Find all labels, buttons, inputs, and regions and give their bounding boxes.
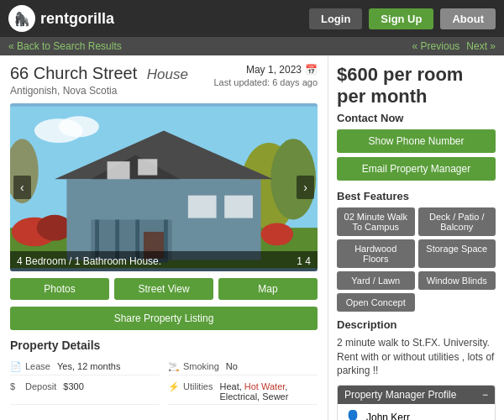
- detail-smoking: 🚬 Smoking No: [168, 359, 318, 375]
- svg-rect-20: [188, 196, 217, 218]
- share-button[interactable]: Share Property Listing: [10, 307, 318, 330]
- property-image: [10, 103, 318, 271]
- logo-icon: 🦍: [8, 5, 35, 32]
- detail-deposit: $ Deposit $300: [10, 379, 160, 405]
- main-content: 66 Church Street House Antigonish, Nova …: [0, 55, 504, 420]
- availability-date: May 1, 2023: [246, 64, 302, 76]
- logo-area: 🦍 rentgorilla: [8, 5, 302, 32]
- date-area: May 1, 2023 📅 Last updated: 6 days ago: [213, 64, 318, 96]
- description-title: Description: [337, 318, 496, 331]
- feature-yard: Yard / Lawn: [337, 271, 415, 290]
- carousel-prev-button[interactable]: ‹: [13, 176, 31, 199]
- logo-text: rentgorilla: [40, 10, 114, 28]
- feature-deck: Deck / Patio / Balcony: [418, 207, 496, 236]
- street-view-button[interactable]: Street View: [114, 278, 213, 300]
- svg-rect-13: [138, 159, 157, 175]
- smoking-icon: 🚬: [168, 361, 180, 372]
- manager-body: 👤 John Kerr: [338, 404, 495, 420]
- svg-point-22: [261, 223, 294, 245]
- site-header: 🦍 rentgorilla Login Sign Up About: [0, 0, 504, 37]
- manager-section: Property Manager Profile − 👤 John Kerr: [337, 385, 496, 420]
- property-image-container: ‹ › 4 Bedroom / 1 Bathroom House. 1 4: [10, 103, 318, 271]
- calendar-icon: 📅: [305, 64, 318, 76]
- last-updated: Last updated: 6 days ago: [213, 77, 318, 87]
- detail-lease: 📄 Lease Yes, 12 months: [10, 359, 160, 375]
- email-manager-button[interactable]: Email Property Manager: [337, 157, 496, 181]
- nav-bar: « Back to Search Results « Previous Next…: [0, 37, 504, 55]
- image-caption: 4 Bedroom / 1 Bathroom House. 1 4: [10, 251, 318, 271]
- about-button[interactable]: About: [440, 8, 496, 29]
- contact-title: Contact Now: [337, 112, 496, 124]
- deposit-icon: $: [10, 381, 22, 391]
- right-column: $600 per room per month Contact Now Show…: [328, 55, 504, 420]
- feature-campus-walk: 02 Minute Walk To Campus: [337, 207, 415, 236]
- photo-button-row: Photos Street View Map: [10, 278, 318, 300]
- best-features-title: Best Features: [337, 190, 496, 202]
- photos-button[interactable]: Photos: [10, 278, 109, 300]
- feature-open-concept: Open Concept: [337, 293, 415, 312]
- previous-link[interactable]: « Previous: [412, 40, 460, 52]
- login-button[interactable]: Login: [309, 8, 362, 29]
- svg-rect-21: [224, 196, 253, 218]
- left-column: 66 Church Street House Antigonish, Nova …: [0, 55, 328, 420]
- feature-storage: Storage Space: [418, 239, 496, 268]
- feature-hardwood: Hardwood Floors: [337, 239, 415, 268]
- feature-blinds: Window Blinds: [418, 271, 496, 290]
- manager-name: John Kerr: [366, 412, 410, 420]
- features-grid: 02 Minute Walk To Campus Deck / Patio / …: [337, 207, 496, 312]
- utilities-icon: ⚡: [168, 381, 180, 392]
- lease-icon: 📄: [10, 361, 22, 372]
- manager-header: Property Manager Profile −: [338, 386, 495, 404]
- property-location: Antigonish, Nova Scotia: [10, 85, 188, 97]
- detail-utilities: ⚡ Utilities Heat, Hot Water, Electrical,…: [168, 379, 318, 405]
- property-title-area: 66 Church Street House Antigonish, Nova …: [10, 64, 188, 103]
- property-details-title: Property Details: [10, 339, 318, 352]
- map-button[interactable]: Map: [218, 278, 318, 300]
- carousel-next-button[interactable]: ›: [297, 176, 314, 199]
- next-link[interactable]: Next »: [466, 40, 496, 52]
- price-text: $600 per room per month: [337, 64, 496, 108]
- manager-avatar-icon: 👤: [344, 409, 361, 420]
- property-address: 66 Church Street House: [10, 64, 188, 83]
- property-details-grid: 📄 Lease Yes, 12 months 🚬 Smoking No $ De…: [10, 359, 318, 405]
- image-counter: 1 4: [297, 255, 311, 267]
- pagination-nav: « Previous Next »: [412, 40, 496, 52]
- show-phone-button[interactable]: Show Phone Number: [337, 129, 496, 153]
- svg-rect-12: [108, 161, 130, 179]
- manager-title: Property Manager Profile: [344, 389, 456, 401]
- description-text: 2 minute walk to St.FX. University.Rent …: [337, 336, 496, 378]
- back-to-results-link[interactable]: « Back to Search Results: [8, 40, 122, 52]
- svg-point-2: [59, 116, 99, 137]
- manager-collapse-icon[interactable]: −: [482, 389, 488, 401]
- signup-button[interactable]: Sign Up: [369, 8, 433, 29]
